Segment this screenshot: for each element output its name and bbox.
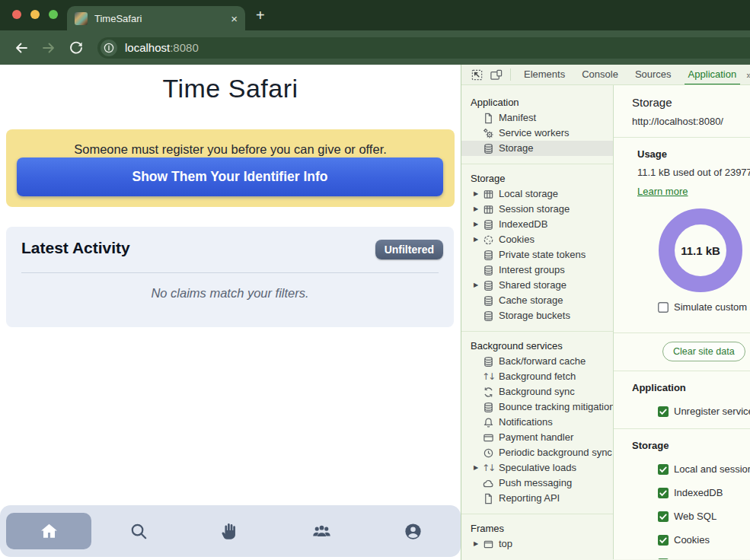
- tree-item-private-state-tokens[interactable]: Private state tokens: [461, 247, 613, 262]
- simulate-storage-label: Simulate custom storage: [674, 301, 750, 313]
- clear-site-data-button[interactable]: Clear site data: [662, 342, 745, 361]
- option-row-cookies: Cookies: [658, 534, 750, 546]
- option-row-cache-storage: Cache storage: [658, 558, 750, 559]
- expand-arrow-icon[interactable]: ▶: [474, 217, 482, 232]
- expand-arrow-icon[interactable]: ▶: [474, 460, 482, 476]
- clear-section-heading-application: Application: [632, 382, 750, 393]
- tree-item-payment-handler[interactable]: Payment handler: [461, 430, 613, 445]
- devtools-tab-sources[interactable]: Sources: [627, 65, 680, 85]
- database-icon: [482, 249, 494, 261]
- checkbox-cache-storage[interactable]: [658, 558, 669, 560]
- expand-arrow-icon[interactable]: ▶: [474, 186, 482, 202]
- tree-item-notifications[interactable]: Notifications: [461, 415, 613, 430]
- forward-icon[interactable]: [40, 40, 57, 56]
- cookie-icon: [482, 234, 494, 246]
- tree-item-speculative-loads[interactable]: ▶↑↓Speculative loads: [461, 460, 613, 476]
- tree-item-cookies[interactable]: ▶Cookies: [461, 232, 613, 247]
- minimize-window-button[interactable]: [30, 10, 40, 19]
- nav-profile-button[interactable]: [394, 513, 431, 549]
- window-controls: [12, 10, 58, 19]
- devtools-tab-console[interactable]: Console: [573, 65, 627, 85]
- more-tabs-icon[interactable]: »: [746, 69, 750, 81]
- check-list: Unregister service workers: [632, 406, 750, 417]
- database-icon: [482, 264, 494, 276]
- clear-site-data-row: Clear site data including third-party co…: [662, 342, 750, 361]
- check-list: Local and session storageIndexedDBWeb SQ…: [632, 463, 750, 559]
- tree-item-indexeddb[interactable]: ▶IndexedDB: [461, 217, 613, 232]
- close-tab-icon[interactable]: ×: [231, 13, 238, 24]
- usage-donut-chart: 11.1 kB: [659, 208, 742, 292]
- devtools-tabs: ElementsConsoleSourcesApplication: [515, 65, 745, 85]
- checkbox-simulate-custom-storage[interactable]: [658, 302, 669, 313]
- checkbox-indexeddb[interactable]: [658, 488, 669, 498]
- tree-item-session-storage[interactable]: ▶Session storage: [461, 202, 613, 217]
- show-identifier-info-button[interactable]: Show Them Your Identifier Info: [17, 158, 443, 196]
- option-label: Cookies: [674, 534, 710, 546]
- tree-item-local-storage[interactable]: ▶Local storage: [461, 186, 613, 202]
- devtools-tab-application[interactable]: Application: [680, 65, 745, 85]
- option-row-local-and-session-storage: Local and session storage: [658, 463, 750, 475]
- cloud-icon: [482, 477, 494, 489]
- usage-text: 11.1 kB used out of 239779 MB: [637, 167, 750, 178]
- divider: [614, 428, 750, 429]
- tree-item-background-fetch[interactable]: ↑↓Background fetch: [461, 369, 613, 384]
- tree-item-label: Cookies: [499, 232, 535, 247]
- expand-arrow-icon[interactable]: ▶: [474, 232, 482, 247]
- nav-contacts-button[interactable]: [303, 513, 340, 549]
- nav-home-button[interactable]: [6, 513, 91, 549]
- tree-section-frames: Frames▶top: [461, 514, 613, 559]
- clear-section-heading-storage: Storage: [632, 440, 750, 451]
- device-toolbar-icon[interactable]: [490, 68, 503, 81]
- page-content: Time Safari Someone must register you be…: [0, 65, 461, 560]
- sync-icon: [482, 386, 494, 398]
- expand-arrow-icon[interactable]: ▶: [474, 278, 482, 293]
- nav-projects-button[interactable]: [212, 513, 248, 549]
- divider: [614, 332, 750, 333]
- alert-message: Someone must register you before you can…: [6, 142, 455, 157]
- close-window-button[interactable]: [12, 10, 21, 19]
- tree-item-top[interactable]: ▶top: [461, 536, 613, 552]
- back-icon[interactable]: [13, 40, 30, 56]
- file-icon: [482, 492, 494, 504]
- checkbox-local-and-session-storage[interactable]: [658, 464, 669, 475]
- reload-icon[interactable]: [68, 40, 85, 56]
- tree-item-shared-storage[interactable]: ▶Shared storage: [461, 278, 613, 293]
- nav-search-button[interactable]: [120, 513, 157, 549]
- inspect-element-icon[interactable]: [471, 68, 484, 81]
- tree-item-interest-groups[interactable]: Interest groups: [461, 262, 613, 278]
- tree-item-push-messaging[interactable]: Push messaging: [461, 476, 613, 491]
- expand-arrow-icon[interactable]: ▶: [474, 536, 482, 552]
- maximize-window-button[interactable]: [49, 10, 58, 19]
- tree-item-service-workers[interactable]: Service workers: [461, 126, 613, 141]
- tree-item-manifest[interactable]: Manifest: [461, 110, 613, 126]
- new-tab-icon[interactable]: +: [256, 7, 265, 24]
- devtools-toolbar: ElementsConsoleSourcesApplication »: [461, 65, 750, 85]
- checkbox-web-sql[interactable]: [658, 511, 669, 522]
- tree-item-periodic-background-sync[interactable]: Periodic background sync: [461, 445, 613, 460]
- updown-icon: ↑↓: [482, 371, 494, 383]
- database-icon: [482, 279, 494, 291]
- tree-item-storage-buckets[interactable]: Storage buckets: [461, 308, 613, 323]
- address-bar[interactable]: localhost:8080: [97, 37, 750, 59]
- site-info-icon[interactable]: [101, 40, 117, 56]
- tree-item-reporting-api[interactable]: Reporting API: [461, 491, 613, 506]
- tree-item-background-sync[interactable]: Background sync: [461, 384, 613, 399]
- tree-item-back-forward-cache[interactable]: Back/forward cache: [461, 354, 613, 369]
- tree-item-bounce-tracking-mitigations[interactable]: Bounce tracking mitigations: [461, 399, 613, 415]
- tree-item-label: Periodic background sync: [499, 445, 612, 460]
- tree-item-storage[interactable]: Storage: [461, 141, 613, 156]
- devtools-sidebar-tree: ApplicationManifestService workersStorag…: [461, 85, 614, 559]
- devtools-tab-elements[interactable]: Elements: [515, 65, 573, 85]
- browser-tab[interactable]: TimeSafari ×: [67, 6, 245, 30]
- tree-item-label: top: [499, 536, 512, 552]
- expand-arrow-icon[interactable]: ▶: [474, 202, 482, 217]
- option-label: Local and session storage: [674, 463, 750, 475]
- unfiltered-badge[interactable]: Unfiltered: [375, 240, 443, 259]
- panel-title: Storage: [632, 96, 750, 109]
- tree-item-cache-storage[interactable]: Cache storage: [461, 293, 613, 308]
- divider: [614, 137, 750, 138]
- checkbox-unregister-service-workers[interactable]: [658, 406, 669, 417]
- checkbox-cookies[interactable]: [658, 535, 669, 546]
- tree-section-application: ApplicationManifestService workersStorag…: [461, 88, 613, 164]
- learn-more-link[interactable]: Learn more: [637, 186, 688, 197]
